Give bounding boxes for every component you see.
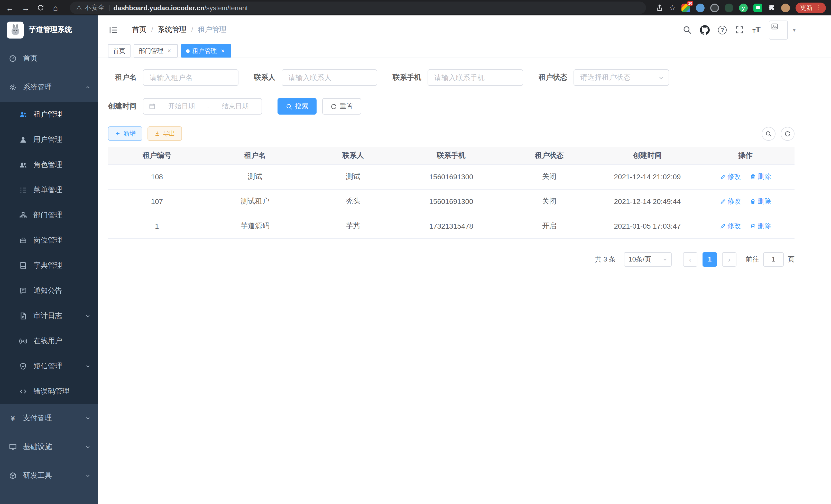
github-icon[interactable] xyxy=(700,25,710,35)
col-tenant-id: 租户编号 xyxy=(108,147,206,165)
bookmark-star-icon[interactable]: ☆ xyxy=(669,3,676,12)
chevron-down-icon xyxy=(85,444,91,450)
trash-icon xyxy=(750,198,756,205)
browser-profile-avatar[interactable] xyxy=(781,3,790,12)
extension-chat-icon[interactable] xyxy=(753,3,762,12)
add-button[interactable]: 新增 xyxy=(108,126,142,141)
delete-link[interactable]: 删除 xyxy=(750,197,771,206)
sidebar-item-auditlog[interactable]: 审计日志 xyxy=(0,303,98,328)
page-number-1[interactable]: 1 xyxy=(703,252,717,266)
refresh-table-button[interactable] xyxy=(781,127,795,141)
sidebar-item-system[interactable]: 系统管理 xyxy=(0,73,98,102)
prev-page-button[interactable]: ‹ xyxy=(683,252,697,266)
user-avatar[interactable] xyxy=(769,20,788,39)
goto-page-input[interactable] xyxy=(763,252,784,266)
avatar-caret-icon[interactable]: ▾ xyxy=(793,27,796,33)
filter-tenant-name: 租户名 xyxy=(108,69,238,86)
sidebar-item-notice[interactable]: 通知公告 xyxy=(0,278,98,303)
browser-forward-icon[interactable]: → xyxy=(21,3,30,12)
sidebar-item-dict[interactable]: 字典管理 xyxy=(0,253,98,278)
plus-icon xyxy=(115,130,121,137)
tab-tenant[interactable]: 租户管理 × xyxy=(181,44,231,58)
sidebar-item-home[interactable]: 首页 xyxy=(0,44,98,73)
delete-link[interactable]: 删除 xyxy=(750,172,771,181)
sidebar-item-errorcode[interactable]: 错误码管理 xyxy=(0,379,98,404)
sidebar-item-label: 短信管理 xyxy=(33,361,62,371)
extension-darkgreen-icon[interactable] xyxy=(725,3,733,12)
reset-button[interactable]: 重置 xyxy=(322,98,361,115)
cell-actions: 修改 删除 xyxy=(696,214,795,238)
filter-row-1: 租户名 联系人 联系手机 租户状态 请选择租户状态 xyxy=(108,69,795,86)
sidebar-item-label: 支付管理 xyxy=(23,414,52,423)
font-size-icon[interactable]: TT xyxy=(752,26,761,34)
status-select[interactable]: 请选择租户状态 xyxy=(574,69,669,86)
sidebar-item-label: 首页 xyxy=(23,54,37,63)
tab-home[interactable]: 首页 xyxy=(108,44,131,58)
start-date-placeholder[interactable]: 开始日期 xyxy=(160,102,203,111)
shield-icon xyxy=(19,362,27,370)
pagination: 共 3 条 10条/页 ‹ 1 › 前往 页 xyxy=(108,252,795,266)
sidebar-item-sms[interactable]: 短信管理 xyxy=(0,353,98,379)
sidebar-item-payment[interactable]: ¥ 支付管理 xyxy=(0,404,98,433)
edit-link[interactable]: 修改 xyxy=(720,172,741,181)
browser-back-icon[interactable]: ← xyxy=(5,3,15,12)
extension-blue-icon[interactable] xyxy=(696,3,705,12)
tab-close-icon[interactable]: × xyxy=(220,47,226,55)
contact-input[interactable] xyxy=(282,69,377,86)
security-warning[interactable]: ⚠ 不安全 xyxy=(76,3,105,12)
sidebar-item-label: 通知公告 xyxy=(33,286,62,295)
sidebar-fold-icon[interactable] xyxy=(109,25,118,35)
toggle-search-button[interactable] xyxy=(762,127,775,141)
browser-home-icon[interactable]: ⌂ xyxy=(51,3,60,12)
share-icon[interactable] xyxy=(656,4,663,11)
search-button[interactable]: 搜索 xyxy=(278,98,317,115)
mobile-input[interactable] xyxy=(428,69,523,86)
download-icon xyxy=(154,130,160,137)
cell-phone: 17321315478 xyxy=(402,214,500,238)
toolbox-icon xyxy=(9,472,17,480)
sidebar-item-devtools[interactable]: 研发工具 xyxy=(0,462,98,490)
cell-phone: 15601691300 xyxy=(402,189,500,214)
sidebar-item-dept[interactable]: 部门管理 xyxy=(0,202,98,228)
tab-dept[interactable]: 部门管理 × xyxy=(134,44,178,58)
browser-reload-icon[interactable] xyxy=(37,4,44,11)
browser-update-button[interactable]: 更新 ⋮ xyxy=(796,2,826,13)
toolbar-right xyxy=(762,127,795,141)
sidebar-item-menu[interactable]: 菜单管理 xyxy=(0,177,98,202)
app-logo-row[interactable]: 芋道管理系统 xyxy=(0,16,98,44)
sidebar-item-user[interactable]: 用户管理 xyxy=(0,127,98,152)
browser-menu-dots-icon[interactable]: ⋮ xyxy=(815,4,821,11)
date-range-picker[interactable]: 开始日期 - 结束日期 xyxy=(143,98,262,115)
fullscreen-icon[interactable] xyxy=(735,25,744,34)
extension-y-icon[interactable]: y xyxy=(739,3,748,12)
tab-close-icon[interactable]: × xyxy=(166,47,173,55)
url-path: /system/tenant xyxy=(204,4,248,11)
sidebar-item-infra[interactable]: 基础设施 xyxy=(0,433,98,462)
url-text[interactable]: dashboard.yudao.iocoder.cn/system/tenant xyxy=(113,4,248,11)
tenant-name-input[interactable] xyxy=(143,69,238,86)
sidebar-item-online-users[interactable]: 在线用户 xyxy=(0,328,98,353)
extension-ring-icon[interactable] xyxy=(710,3,719,12)
edit-link[interactable]: 修改 xyxy=(720,221,741,231)
sidebar-item-tenant[interactable]: 租户管理 xyxy=(0,102,98,127)
help-icon[interactable]: ? xyxy=(718,25,727,34)
export-button[interactable]: 导出 xyxy=(147,126,182,141)
extension-colorful-icon[interactable]: 10 xyxy=(682,3,690,12)
sidebar-item-role[interactable]: 角色管理 xyxy=(0,152,98,177)
breadcrumb-home[interactable]: 首页 xyxy=(132,25,146,34)
page-size-select[interactable]: 10条/页 xyxy=(624,252,672,266)
warning-icon: ⚠ xyxy=(76,4,82,11)
breadcrumb-system[interactable]: 系统管理 xyxy=(158,25,187,34)
end-date-placeholder[interactable]: 结束日期 xyxy=(214,102,256,111)
search-icon[interactable] xyxy=(683,25,692,34)
edit-link[interactable]: 修改 xyxy=(720,197,741,206)
cell-actions: 修改 删除 xyxy=(696,189,795,214)
sidebar-item-post[interactable]: 岗位管理 xyxy=(0,228,98,253)
address-bar[interactable]: ⚠ 不安全 dashboard.yudao.iocoder.cn/system/… xyxy=(70,2,646,14)
delete-link[interactable]: 删除 xyxy=(750,221,771,231)
extensions-puzzle-icon[interactable] xyxy=(768,4,775,11)
tab-label: 租户管理 xyxy=(192,47,217,55)
filter-label: 联系手机 xyxy=(393,73,422,82)
tab-label: 首页 xyxy=(113,47,125,55)
next-page-button[interactable]: › xyxy=(722,252,737,266)
